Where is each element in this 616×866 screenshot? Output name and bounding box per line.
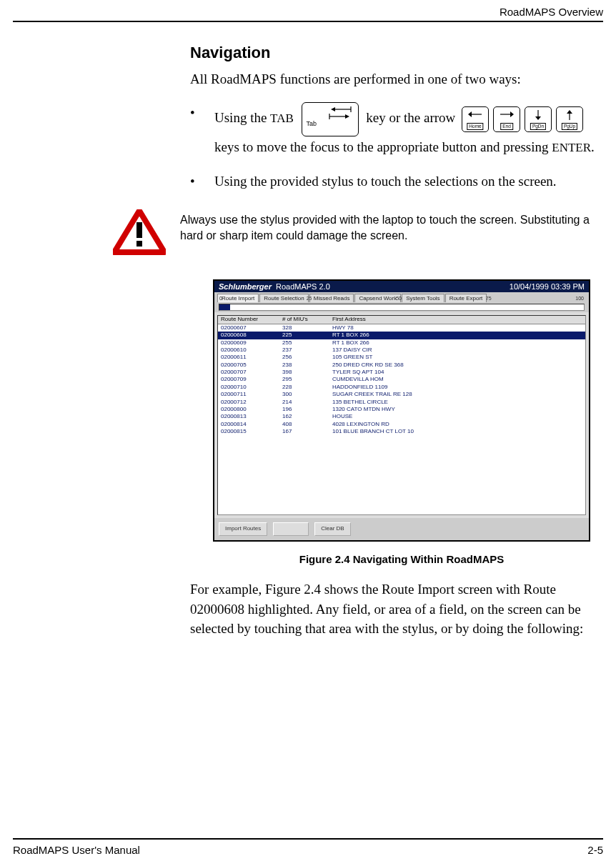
section-heading: Navigation [190, 44, 597, 62]
list-item: • Using the TAB Tab [190, 102, 597, 158]
table-row[interactable]: 02000609255RT 1 BOX 266 [218, 339, 585, 347]
chapter-title: RoadMAPS Overview [500, 6, 603, 18]
page-header: RoadMAPS Overview [13, 0, 603, 22]
example-paragraph: For example, Figure 2.4 shows the Route … [190, 579, 597, 639]
table-row[interactable]: 020008144084028 LEXINGTON RD [218, 421, 585, 428]
b1-post: keys to move the focus to the appropriat… [214, 139, 552, 154]
disabled-button [273, 522, 309, 536]
svg-rect-15 [136, 222, 142, 238]
page-number: 2-5 [587, 844, 603, 856]
svg-marker-1 [331, 107, 335, 111]
arrow-left-key-icon: Home [462, 106, 489, 132]
warning-icon [113, 209, 166, 258]
app-datetime: 10/04/1999 03:39 PM [510, 282, 585, 291]
table-row[interactable]: 02000705238250 DRED CRK RD SE 368 [218, 362, 585, 369]
app-screenshot: Schlumberger RoadMAPS 2.0 10/04/1999 03:… [213, 279, 590, 542]
app-titlebar: Schlumberger RoadMAPS 2.0 10/04/1999 03:… [214, 281, 589, 292]
app-brand: Schlumberger [219, 282, 272, 291]
b2-text: Using the provided stylus to touch the s… [214, 171, 597, 192]
figure-caption: Figure 2.4 Navigating Within RoadMAPS [213, 553, 590, 565]
table-row[interactable]: 020008001961320 CATO MTDN HWY [218, 406, 585, 413]
button-row: Import Routes Clear DB [214, 518, 589, 540]
warning-text: Always use the stylus provided with the … [180, 209, 596, 243]
svg-marker-13 [567, 110, 572, 114]
table-row[interactable]: 02000710228HADDONFIELD 1109 [218, 384, 585, 391]
table-row[interactable]: 02000712214135 BETHEL CIRCLE [218, 399, 585, 406]
page-footer: RoadMAPS User's Manual 2-5 [13, 838, 603, 866]
table-row[interactable]: 02000707398TYLER SQ APT 104 [218, 369, 585, 376]
table-header: Route Number # of MIU's First Address [218, 316, 585, 324]
b1-pre: Using the [214, 110, 270, 125]
table-row[interactable]: 02000610237137 DAISY CIR [218, 347, 585, 354]
import-routes-button[interactable]: Import Routes [219, 522, 267, 536]
tab-key-icon: Tab [302, 102, 359, 136]
table-row[interactable]: 02000813162HOUSE [218, 413, 585, 420]
intro-paragraph: All RoadMAPS functions are performed in … [190, 69, 597, 89]
svg-marker-3 [345, 114, 349, 119]
route-table[interactable]: Route Number # of MIU's First Address 02… [217, 315, 586, 515]
table-row[interactable]: 02000607328HWY 78 [218, 324, 585, 332]
b1-mid: key or the arrow [366, 110, 459, 125]
table-row[interactable]: 02000709295CUMDEVILLA HOM [218, 376, 585, 383]
manual-title: RoadMAPS User's Manual [13, 844, 140, 856]
table-row[interactable]: 02000711300SUGAR CREEK TRAIL RE 128 [218, 391, 585, 398]
arrow-down-key-icon: PgDn [525, 106, 552, 132]
clear-db-button[interactable]: Clear DB [314, 522, 350, 536]
app-title: RoadMAPS 2.0 [276, 282, 330, 291]
table-row[interactable]: 02000611256105 GREEN ST [218, 354, 585, 361]
arrow-up-key-icon: PgUp [556, 106, 583, 132]
warning-block: Always use the stylus provided with the … [13, 209, 603, 258]
enter-word: ENTER [552, 141, 591, 154]
table-row[interactable]: 02000608225RT 1 BOX 266 [218, 332, 585, 339]
svg-marker-11 [535, 116, 541, 120]
progress-area: 0 25 50 75 100 [214, 302, 589, 312]
svg-marker-7 [468, 111, 472, 117]
arrow-keys-group: Home End PgDn [462, 106, 583, 132]
svg-rect-16 [136, 241, 142, 247]
table-row[interactable]: 02000815167101 BLUE BRANCH CT LOT 10 [218, 428, 585, 435]
bullet-list: • Using the TAB Tab [190, 102, 597, 193]
list-item: • Using the provided stylus to touch the… [190, 171, 597, 192]
svg-marker-9 [510, 111, 514, 117]
arrow-right-key-icon: End [493, 106, 520, 132]
tab-word: TAB [270, 111, 294, 125]
progress-bar: 0 25 50 75 100 [219, 304, 585, 311]
